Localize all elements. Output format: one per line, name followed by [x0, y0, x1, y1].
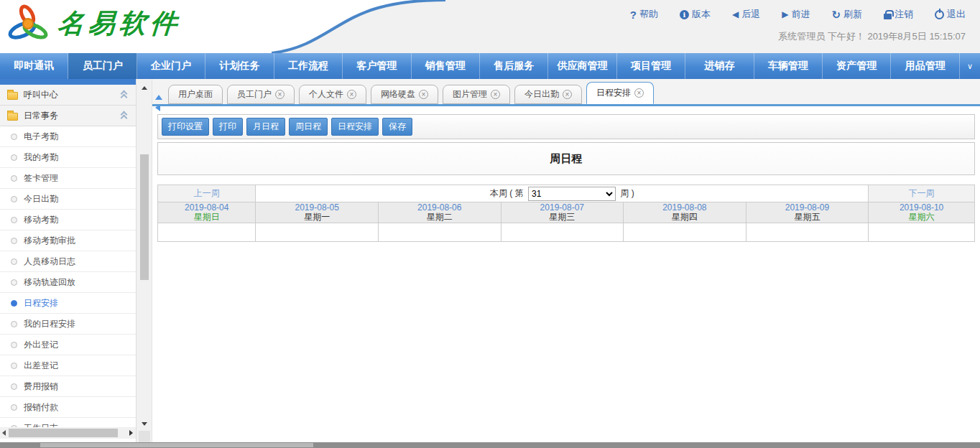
- sidebar-item-business-trip-register[interactable]: 出差登记: [0, 355, 136, 376]
- scroll-up-icon[interactable]: [142, 86, 147, 90]
- close-tab-icon[interactable]: ×: [419, 90, 428, 99]
- bullet-icon: [11, 196, 17, 202]
- schedule-cell[interactable]: [624, 223, 746, 242]
- nav-item-inventory[interactable]: 进销存: [685, 53, 754, 79]
- schedule-cell[interactable]: [746, 223, 869, 242]
- page-title: 周日程: [550, 152, 583, 166]
- nav-item-after-sales[interactable]: 售后服务: [480, 53, 548, 79]
- print-button[interactable]: 打印: [213, 118, 243, 136]
- bullet-icon: [11, 404, 17, 411]
- nav-more-chevron-icon[interactable]: ∨: [960, 53, 980, 79]
- scrollbar-thumb[interactable]: [140, 154, 149, 280]
- scrollbar-corner: [139, 431, 150, 442]
- nav-item-workflow[interactable]: 工作流程: [274, 53, 343, 79]
- sidebar-top-strip: [0, 79, 136, 85]
- sidebar-item-mobile-attendance-approval[interactable]: 移动考勤审批: [0, 230, 136, 251]
- tab-network-disk[interactable]: 网络硬盘×: [371, 85, 438, 104]
- sidebar-item-card-mgmt[interactable]: 签卡管理: [0, 168, 136, 189]
- sidebar-item-today-attendance[interactable]: 今日出勤: [0, 189, 136, 210]
- close-tab-icon[interactable]: ×: [563, 90, 572, 99]
- header-curve-decoration: [272, 0, 445, 53]
- logout-link[interactable]: 注销: [884, 8, 913, 21]
- scrollbar-thumb[interactable]: [9, 429, 118, 437]
- scrollbar-thumb[interactable]: [40, 443, 313, 447]
- sidebar-item-schedule[interactable]: 日程安排: [0, 293, 136, 314]
- schedule-cell[interactable]: [256, 223, 379, 242]
- version-link[interactable]: i 版本: [680, 8, 711, 21]
- close-tab-icon[interactable]: ×: [634, 88, 644, 98]
- bullet-icon: [11, 383, 17, 390]
- sidebar-item-my-attendance[interactable]: 我的考勤: [0, 147, 136, 168]
- print-settings-button[interactable]: 打印设置: [162, 118, 209, 136]
- scroll-right-icon[interactable]: [129, 430, 133, 436]
- collapse-chevron-icon[interactable]: [121, 112, 129, 119]
- main-nav: 即时通讯 员工门户 企业门户 计划任务 工作流程 客户管理 销售管理 售后服务 …: [0, 53, 980, 79]
- page-horizontal-scrollbar[interactable]: [0, 442, 980, 448]
- nav-item-vehicle-mgmt[interactable]: 车辆管理: [754, 53, 823, 79]
- nav-item-customer-mgmt[interactable]: 客户管理: [343, 53, 411, 79]
- tab-employee-portal[interactable]: 员工门户×: [227, 85, 295, 104]
- sidebar-horizontal-scrollbar[interactable]: [0, 427, 136, 439]
- sidebar-item-outing-register[interactable]: 外出登记: [0, 335, 136, 355]
- bullet-icon: [11, 134, 17, 140]
- nav-item-planned-tasks[interactable]: 计划任务: [205, 53, 274, 79]
- sidebar-group-daily-affairs[interactable]: 日常事务: [0, 106, 136, 126]
- close-tab-icon[interactable]: ×: [347, 90, 356, 99]
- tab-personal-files[interactable]: 个人文件×: [299, 85, 366, 104]
- nav-item-im[interactable]: 即时通讯: [0, 53, 68, 79]
- tab-underline: [152, 104, 980, 106]
- sidebar-group-call-center[interactable]: 呼叫中心: [0, 85, 136, 106]
- tab-user-desktop[interactable]: 用户桌面: [168, 85, 223, 104]
- sidebar-item-track-playback[interactable]: 移动轨迹回放: [0, 272, 136, 293]
- sidebar-item-reimburse-payment[interactable]: 报销付款: [0, 397, 136, 418]
- week-number-select[interactable]: 31: [528, 187, 616, 201]
- scroll-left-icon[interactable]: [2, 430, 6, 436]
- week-schedule-button[interactable]: 周日程: [289, 118, 328, 136]
- sidebar-item-expense-reimburse[interactable]: 费用报销: [0, 376, 136, 397]
- tab-schedule[interactable]: 日程安排×: [586, 82, 654, 104]
- sidebar-vertical-scrollbar[interactable]: [137, 79, 152, 442]
- scroll-down-icon[interactable]: [142, 422, 147, 426]
- nav-item-asset-mgmt[interactable]: 资产管理: [823, 53, 891, 79]
- tab-today-attendance[interactable]: 今日出勤×: [514, 85, 582, 104]
- header: 名易软件 ? 帮助 i 版本 ◀ 后退 ▶ 前进 ↻ 刷新: [0, 0, 980, 53]
- sidebar-item-my-schedule[interactable]: 我的日程安排: [0, 314, 136, 335]
- nav-item-enterprise-portal[interactable]: 企业门户: [137, 53, 205, 79]
- sidebar: 呼叫中心 日常事务 电子考勤 我的考勤 签卡管理 今日出勤 移动考勤: [0, 79, 137, 442]
- sidebar-item-personnel-mobile-log[interactable]: 人员移动日志: [0, 251, 136, 272]
- month-schedule-button[interactable]: 月日程: [246, 118, 285, 136]
- tab-picture-mgmt[interactable]: 图片管理×: [443, 85, 510, 104]
- nav-item-supplier-mgmt[interactable]: 供应商管理: [548, 53, 616, 79]
- help-link[interactable]: ? 帮助: [630, 8, 658, 21]
- schedule-arrange-button[interactable]: 日程安排: [331, 118, 379, 136]
- nav-item-project-mgmt[interactable]: 项目管理: [617, 53, 685, 79]
- schedule-cell[interactable]: [378, 223, 501, 242]
- back-icon: ◀: [732, 9, 739, 19]
- day-header: 2019-08-09 星期五: [746, 202, 869, 223]
- save-button[interactable]: 保存: [382, 118, 412, 136]
- day-header-row: 2019-08-04 星期日 2019-08-05 星期一 2019-08-06…: [158, 202, 975, 223]
- close-tab-icon[interactable]: ×: [491, 90, 500, 99]
- logo-text: 名易软件: [56, 6, 182, 42]
- collapse-up-icon[interactable]: [155, 95, 162, 100]
- refresh-link[interactable]: ↻ 刷新: [831, 8, 862, 21]
- nav-item-supplies-mgmt[interactable]: 用品管理: [891, 53, 959, 79]
- schedule-title-panel: 周日程: [157, 142, 975, 175]
- week-label-suffix: 周 ): [620, 188, 634, 198]
- bullet-icon: [11, 175, 17, 182]
- next-week-link[interactable]: 下一周: [869, 185, 975, 202]
- sidebar-item-e-attendance[interactable]: 电子考勤: [0, 126, 136, 147]
- exit-link[interactable]: 退出: [935, 8, 966, 21]
- help-icon: ?: [630, 9, 637, 21]
- prev-week-link[interactable]: 上一周: [158, 185, 256, 202]
- collapse-chevron-icon[interactable]: [121, 91, 129, 98]
- nav-item-sales-mgmt[interactable]: 销售管理: [412, 53, 480, 79]
- schedule-cell[interactable]: [158, 223, 256, 242]
- close-tab-icon[interactable]: ×: [275, 90, 285, 99]
- schedule-cell[interactable]: [501, 223, 624, 242]
- back-link[interactable]: ◀ 后退: [732, 8, 760, 21]
- sidebar-item-mobile-attendance[interactable]: 移动考勤: [0, 210, 136, 230]
- schedule-cell[interactable]: [869, 223, 975, 242]
- forward-link[interactable]: ▶ 前进: [782, 8, 810, 21]
- folder-icon: [7, 113, 18, 121]
